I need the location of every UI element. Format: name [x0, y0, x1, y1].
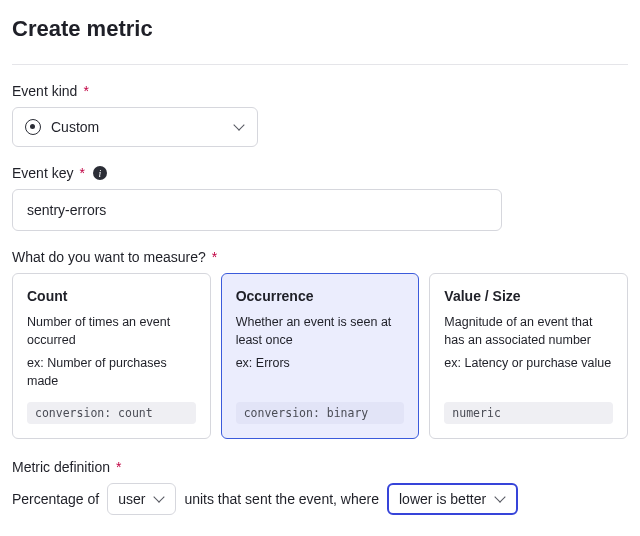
option-example: ex: Errors [236, 355, 405, 373]
measure-option-count[interactable]: Count Number of times an event occurred … [12, 273, 211, 439]
event-kind-field: Event kind * Custom [12, 83, 628, 147]
measure-option-occurrence[interactable]: Occurrence Whether an event is seen at l… [221, 273, 420, 439]
direction-select[interactable]: lower is better [387, 483, 518, 515]
chevron-down-icon [155, 494, 165, 504]
page-title: Create metric [12, 16, 628, 42]
event-key-field: Event key * i [12, 165, 628, 231]
chevron-down-icon [496, 494, 506, 504]
option-tag: conversion: binary [236, 402, 405, 424]
option-title: Occurrence [236, 288, 405, 304]
option-example: ex: Number of purchases made [27, 355, 196, 390]
option-desc: Whether an event is seen at least once [236, 314, 405, 349]
metric-definition-label-text: Metric definition [12, 459, 110, 475]
definition-middle: units that sent the event, where [184, 491, 379, 507]
info-icon[interactable]: i [93, 166, 107, 180]
option-tag: conversion: count [27, 402, 196, 424]
event-key-label-text: Event key [12, 165, 73, 181]
required-asterisk: * [212, 249, 217, 265]
required-asterisk: * [83, 83, 88, 99]
option-desc: Magnitude of an event that has an associ… [444, 314, 613, 349]
event-kind-value: Custom [51, 119, 99, 135]
divider [12, 64, 628, 65]
event-kind-label-text: Event kind [12, 83, 77, 99]
measure-label-text: What do you want to measure? [12, 249, 206, 265]
chevron-down-icon [235, 122, 245, 132]
metric-definition-label: Metric definition * [12, 459, 628, 475]
unit-value: user [118, 491, 145, 507]
option-title: Value / Size [444, 288, 613, 304]
event-kind-select[interactable]: Custom [12, 107, 258, 147]
target-icon [25, 119, 41, 135]
event-key-input[interactable] [12, 189, 502, 231]
definition-prefix: Percentage of [12, 491, 99, 507]
measure-label: What do you want to measure? * [12, 249, 628, 265]
event-key-label: Event key * i [12, 165, 628, 181]
measure-field: What do you want to measure? * Count Num… [12, 249, 628, 439]
required-asterisk: * [79, 165, 84, 181]
event-kind-label: Event kind * [12, 83, 628, 99]
option-desc: Number of times an event occurred [27, 314, 196, 349]
option-title: Count [27, 288, 196, 304]
measure-option-value-size[interactable]: Value / Size Magnitude of an event that … [429, 273, 628, 439]
direction-value: lower is better [399, 491, 486, 507]
required-asterisk: * [116, 459, 121, 475]
option-example: ex: Latency or purchase value [444, 355, 613, 373]
metric-definition-row: Percentage of user units that sent the e… [12, 483, 628, 515]
measure-options: Count Number of times an event occurred … [12, 273, 628, 439]
option-tag: numeric [444, 402, 613, 424]
unit-select[interactable]: user [107, 483, 176, 515]
